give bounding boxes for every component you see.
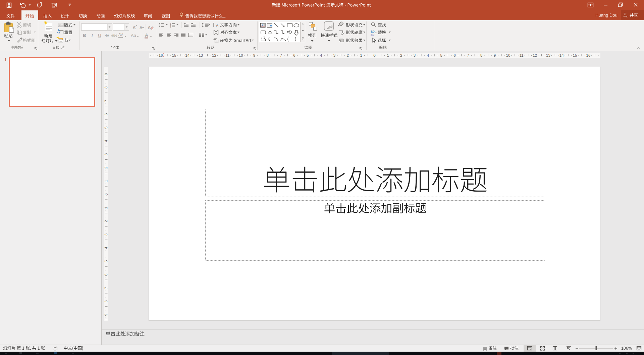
svg-text:16: 16 [586,53,591,57]
svg-text:6: 6 [453,53,455,57]
svg-text:14: 14 [559,53,564,57]
svg-text:13: 13 [546,53,550,57]
svg-text:A: A [140,26,142,30]
svg-text:I: I [91,33,94,38]
svg-text:Aa: Aa [131,33,137,38]
svg-text:4: 4 [104,247,108,249]
svg-text:3: 3 [414,53,416,57]
svg-text:5: 5 [104,260,108,262]
svg-text:3: 3 [104,234,108,236]
svg-text:11: 11 [225,53,229,57]
svg-text:3: 3 [170,26,171,28]
svg-text:8: 8 [104,87,108,89]
svg-text:A: A [148,25,151,30]
svg-text:AV: AV [118,33,123,37]
svg-text:7: 7 [467,53,469,57]
svg-text:6: 6 [104,113,108,115]
svg-text:4: 4 [320,53,322,57]
svg-text:3: 3 [104,153,108,155]
svg-text:9: 9 [104,314,108,316]
svg-text:B: B [83,33,86,38]
svg-text:4: 4 [104,140,108,142]
svg-text:15: 15 [172,53,176,57]
svg-text:0: 0 [104,193,108,195]
svg-text:11: 11 [520,53,524,57]
svg-text:1: 1 [104,180,108,182]
svg-text:15: 15 [573,53,577,57]
svg-text:12: 12 [212,53,216,57]
svg-text:A: A [261,24,264,27]
svg-text:1: 1 [360,53,362,57]
svg-text:9: 9 [104,73,108,75]
svg-text:5: 5 [307,53,309,57]
svg-text:A: A [270,24,272,27]
svg-text:1: 1 [104,207,108,209]
svg-text:8: 8 [480,53,482,57]
svg-text:8: 8 [104,300,108,302]
svg-text:ac: ac [371,33,375,37]
svg-text:10: 10 [506,53,511,57]
svg-text:7: 7 [280,53,282,57]
svg-text:2: 2 [104,220,108,222]
svg-text:2: 2 [347,53,349,57]
svg-text:13: 13 [199,53,203,57]
svg-text:5: 5 [440,53,442,57]
svg-text:5: 5 [104,126,108,129]
svg-text:1: 1 [387,53,389,57]
svg-text:12: 12 [533,53,537,57]
svg-text:8: 8 [267,53,269,57]
svg-text:3: 3 [333,53,335,57]
svg-text:0: 0 [373,53,375,57]
svg-text:6: 6 [293,53,295,57]
svg-text:7: 7 [104,287,108,289]
svg-text:4: 4 [427,53,429,57]
svg-text:A: A [145,33,148,38]
svg-text:14: 14 [185,53,190,57]
svg-text:A: A [132,25,136,30]
svg-text:10: 10 [239,53,243,57]
svg-text:9: 9 [494,53,496,57]
svg-text:A: A [216,24,218,28]
svg-text:U: U [98,33,101,38]
svg-text:6: 6 [104,273,108,275]
svg-text:9: 9 [253,53,255,57]
svg-text:2: 2 [104,167,108,169]
svg-text:16: 16 [159,53,163,57]
svg-text:2: 2 [400,53,402,57]
svg-text:7: 7 [104,100,108,102]
